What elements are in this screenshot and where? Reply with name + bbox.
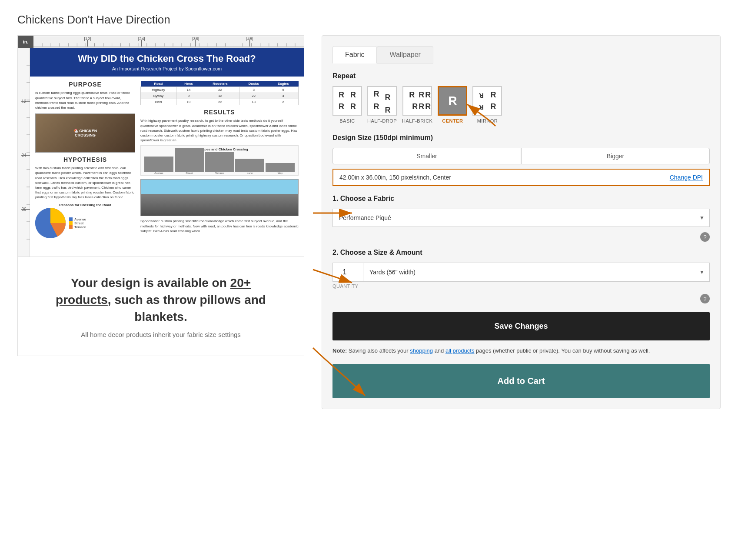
tabs: Fabric Wallpaper <box>332 46 710 63</box>
add-to-cart-button[interactable]: Add to Cart <box>332 364 710 398</box>
current-size-text: 42.00in x 36.00in, 150 pixels/inch, Cent… <box>339 174 451 181</box>
left-panel: in. <box>17 35 304 356</box>
repeat-icon-basic[interactable]: R R R R <box>332 86 362 116</box>
size-select[interactable]: Yards (56" width) Fat Quarter (27" x 18"… <box>363 263 710 282</box>
hypothesis-title: HYPOTHESIS <box>35 156 135 163</box>
change-dpi-link[interactable]: Change DPI <box>670 174 703 181</box>
table-header-hens: Hens <box>176 81 201 87</box>
table-row: Blvd1922182 <box>141 99 299 105</box>
repeat-icon-center[interactable]: R <box>438 86 467 116</box>
ruler-left: 12 24 36 <box>18 48 30 257</box>
bar-chart-area: Road Types and Chicken Crossing <box>140 145 299 176</box>
results-title: RESULTS <box>140 109 299 116</box>
repeat-option-center[interactable]: R CENTER <box>438 86 467 123</box>
bar-avenue <box>144 157 173 172</box>
products-text-after: , such as throw pillows and blankets. <box>108 293 266 323</box>
pie-chart-section: Reasons for Crossing the Road <box>35 203 135 238</box>
smaller-button[interactable]: Smaller <box>332 148 521 164</box>
page-title: Chickens Don't Have Direction <box>17 13 721 27</box>
repeat-r4: R <box>412 101 418 112</box>
size-amount-row: Yards (56" width) Fat Quarter (27" x 18"… <box>332 263 710 282</box>
repeat-label: Repeat <box>332 72 710 80</box>
size-amount-section: 2. Choose a Size & Amount Yards (56" wid… <box>332 249 710 303</box>
choose-fabric-label: 1. Choose a Fabric <box>332 195 710 203</box>
bar-lane <box>235 159 264 172</box>
save-changes-button[interactable]: Save Changes <box>332 312 710 340</box>
repeat-r6: R <box>425 101 431 112</box>
repeat-label-basic: BASIC <box>339 118 355 123</box>
repeat-option-mirror[interactable]: ᴚ R ᴚ R MIRROR <box>472 86 502 123</box>
legend-terrace: Terrace <box>69 225 86 229</box>
purpose-title: PURPOSE <box>35 81 135 88</box>
bar-chart <box>143 152 296 172</box>
results-text: With highway pavement poultry research. … <box>140 118 299 143</box>
ruler-top-marks: |12| |24| |36| |48| <box>33 37 304 47</box>
shopping-link[interactable]: shopping <box>410 347 433 354</box>
svg-text:|12|: |12| <box>84 37 91 41</box>
svg-text:12: 12 <box>21 99 27 104</box>
quantity-input[interactable] <box>332 263 363 282</box>
fabric-select-wrapper[interactable]: Performance Piqué Organic Cotton Knit Co… <box>332 209 710 227</box>
table-row: Byway912224 <box>141 93 299 99</box>
legend-avenue: Avenue <box>69 217 86 221</box>
repeat-r2: R <box>419 90 424 100</box>
bigger-button[interactable]: Bigger <box>521 148 710 164</box>
svg-text:36: 36 <box>21 207 27 212</box>
repeat-options: R R R R BASIC R R R <box>332 86 710 123</box>
lower-panel: Your design is available on 20+ products… <box>17 257 304 356</box>
repeat-r4: R <box>348 101 359 112</box>
repeat-r2: R <box>382 93 393 102</box>
repeat-label-half-brick: HALF-BRICK <box>402 118 432 123</box>
repeat-icon-mirror[interactable]: ᴚ R ᴚ R <box>472 86 502 116</box>
repeat-option-half-drop[interactable]: R R R R HALF-DROP <box>367 86 397 123</box>
design-preview-area: in. <box>17 35 304 257</box>
repeat-label-center: CENTER <box>442 118 463 123</box>
repeat-option-basic[interactable]: R R R R BASIC <box>332 86 362 123</box>
pie-chart <box>35 208 66 238</box>
poster-header: Why DID the Chicken Cross The Road? An I… <box>30 48 304 77</box>
pie-chart-title: Reasons for Crossing the Road <box>35 203 135 207</box>
poster-subtitle: An Important Research Project by Spoonfl… <box>34 66 299 71</box>
bar-street <box>175 148 204 172</box>
fabric-select[interactable]: Performance Piqué Organic Cotton Knit Co… <box>332 209 710 227</box>
tab-fabric[interactable]: Fabric <box>332 46 377 63</box>
pie-legend: Avenue Street <box>69 217 86 229</box>
svg-text:|48|: |48| <box>246 37 253 41</box>
tab-wallpaper[interactable]: Wallpaper <box>377 46 433 63</box>
quantity-label: QUANTITY <box>332 283 710 289</box>
preview-body: 12 24 36 Why DID the Chicken Cross The R… <box>18 48 304 257</box>
svg-text:|36|: |36| <box>192 37 199 41</box>
repeat-option-half-brick[interactable]: R R R R R R HALF-BRICK <box>402 86 432 123</box>
fabric-help-icon[interactable]: ? <box>700 232 710 242</box>
repeat-r2: R <box>488 90 499 100</box>
spoonflower-text: Spoonflower custom printing scientific r… <box>140 219 299 233</box>
size-display: 42.00in x 36.00in, 150 pixels/inch, Cent… <box>332 169 710 186</box>
hypothesis-text: With has custom fabric printing scientif… <box>35 166 135 200</box>
poster-right-col: Road Hens Roosters Ducks Eagles <box>140 81 299 238</box>
design-poster: Why DID the Chicken Cross The Road? An I… <box>30 48 304 257</box>
repeat-icon-half-drop[interactable]: R R R R <box>367 86 397 116</box>
repeat-icon-half-brick[interactable]: R R R R R R <box>402 86 432 116</box>
products-main-text: Your design is available on 20+ products… <box>52 274 269 326</box>
repeat-label-mirror: MIRROR <box>477 118 498 123</box>
repeat-label-half-drop: HALF-DROP <box>367 118 397 123</box>
table-header-eagles: Eagles <box>268 81 299 87</box>
table-header-ducks: Ducks <box>239 81 268 87</box>
purpose-text: Is custom fabric printing eggs quantitat… <box>35 90 135 110</box>
size-buttons: Smaller Bigger <box>332 148 710 164</box>
poster-title: Why DID the Chicken Cross The Road? <box>34 53 299 64</box>
size-amount-label: 2. Choose a Size & Amount <box>332 249 710 257</box>
ruler-unit-label: in. <box>18 36 33 48</box>
all-products-link[interactable]: all products <box>445 347 474 354</box>
products-subtext: All home decor products inherit your fab… <box>81 331 241 338</box>
road-image <box>140 179 299 216</box>
size-help-icon[interactable]: ? <box>700 294 710 303</box>
note-text: Note: Saving also affects your shopping … <box>332 347 710 355</box>
repeat-r3: R <box>371 99 382 115</box>
poster-left-col: PURPOSE Is custom fabric printing eggs q… <box>35 81 135 238</box>
repeat-r-center: R <box>448 94 457 108</box>
size-select-wrapper[interactable]: Yards (56" width) Fat Quarter (27" x 18"… <box>363 263 710 282</box>
table-row: Highway142239 <box>141 87 299 93</box>
repeat-r5: R <box>419 101 424 112</box>
svg-text:|24|: |24| <box>138 37 145 41</box>
